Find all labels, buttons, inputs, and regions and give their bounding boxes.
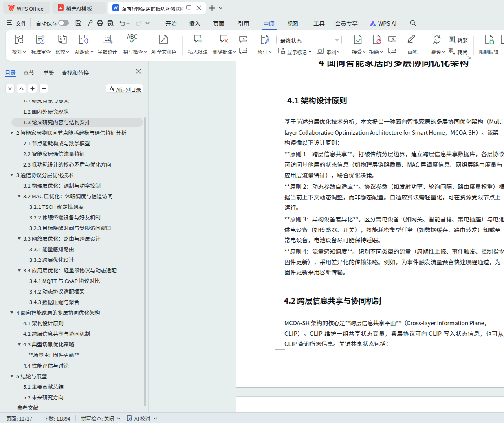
svg-text:12: 12 xyxy=(104,35,110,42)
svg-text:简: 简 xyxy=(449,35,454,42)
svg-text:ABC: ABC xyxy=(127,32,138,40)
svg-text:繁: 繁 xyxy=(448,46,453,54)
svg-text:A: A xyxy=(438,33,441,40)
